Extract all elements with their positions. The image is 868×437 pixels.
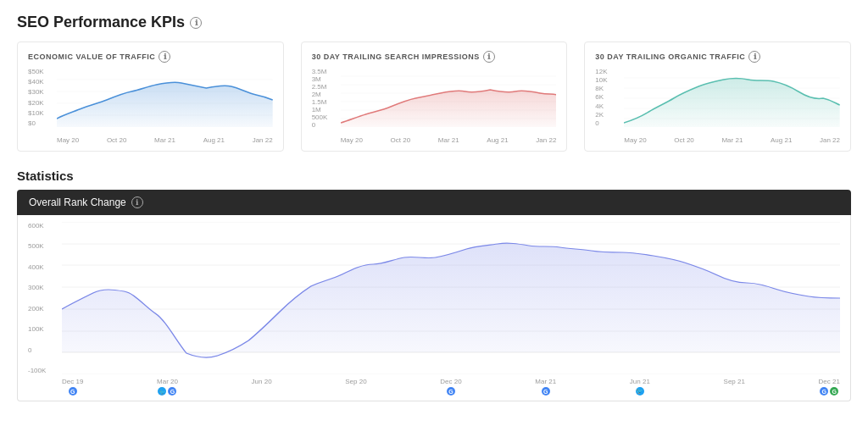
- x-label-mar21: Mar 21 G: [535, 378, 556, 396]
- rank-change-info-icon[interactable]: ℹ: [131, 196, 143, 208]
- chart-svg-impressions: [341, 68, 557, 127]
- chart-svg-organic: [624, 68, 840, 127]
- chart-y-labels-economic: $50K$40K$30K$20K$10K$0: [28, 68, 55, 127]
- chart-y-labels-impressions: 3.5M3M2.5M2M1.5M1M500K0: [312, 68, 339, 127]
- rank-change-label: Overall Rank Change: [29, 196, 126, 208]
- chart-x-labels-economic: May 20Oct 20Mar 21Aug 21Jan 22: [57, 136, 273, 144]
- statistics-section: Statistics Overall Rank Change ℹ 600K 50…: [17, 169, 851, 401]
- rank-chart-inner: 600K 500K 400K 300K 200K 100K 0 -100K: [28, 222, 840, 374]
- chart-y-labels-organic: 12K10K8K6K4K2K0: [595, 68, 622, 127]
- page-title-info-icon[interactable]: ℹ: [190, 17, 202, 29]
- x-label-jun20: Jun 20: [252, 378, 272, 396]
- kpi-chart-economic: $50K$40K$30K$20K$10K$0: [28, 68, 273, 144]
- kpi-section: ECONOMIC VALUE OF TRAFFIC ℹ $50K$40K$30K…: [17, 41, 851, 152]
- x-label-dec19: Dec 19 G: [62, 378, 83, 396]
- kpi-card-impressions-title: 30 DAY TRAILING SEARCH IMPRESSIONS ℹ: [312, 51, 557, 63]
- kpi-card-organic: 30 DAY TRAILING ORGANIC TRAFFIC ℹ 12K10K…: [584, 41, 851, 152]
- rank-change-chart: 600K 500K 400K 300K 200K 100K 0 -100K: [17, 215, 851, 401]
- kpi-chart-impressions: 3.5M3M2.5M2M1.5M1M500K0: [312, 68, 557, 144]
- rank-svg-wrap: [62, 222, 840, 374]
- x-label-dec20: Dec 20 G: [440, 378, 461, 396]
- rank-change-container: Overall Rank Change ℹ 600K 500K 400K 300…: [17, 190, 851, 401]
- x-label-sep21: Sep 21: [724, 378, 745, 396]
- google-icon-dec21b: G: [830, 387, 838, 396]
- chart-svg-economic: [57, 68, 273, 127]
- kpi-card-organic-title: 30 DAY TRAILING ORGANIC TRAFFIC ℹ: [595, 51, 840, 63]
- kpi-impressions-info-icon[interactable]: ℹ: [483, 51, 495, 63]
- rank-change-header: Overall Rank Change ℹ: [17, 190, 851, 215]
- twitter-icon-mar20: 🐦: [158, 387, 166, 396]
- google-icon-dec20: G: [447, 387, 455, 396]
- rank-y-labels: 600K 500K 400K 300K 200K 100K 0 -100K: [28, 222, 62, 374]
- twitter-icon-jun21: 🐦: [636, 387, 644, 396]
- page-title: SEO Performance KPIs ℹ: [17, 14, 851, 31]
- x-label-sep20: Sep 20: [345, 378, 366, 396]
- chart-x-labels-impressions: May 20Oct 20Mar 21Aug 21Jan 22: [341, 136, 557, 144]
- x-label-dec21: Dec 21 G G: [819, 378, 840, 396]
- title-text: SEO Performance KPIs: [17, 14, 185, 31]
- kpi-card-impressions: 30 DAY TRAILING SEARCH IMPRESSIONS ℹ 3.5…: [301, 41, 568, 152]
- google-icon-mar20: G: [168, 387, 176, 396]
- google-icon-dec21: G: [820, 387, 828, 396]
- kpi-card-economic-value: ECONOMIC VALUE OF TRAFFIC ℹ $50K$40K$30K…: [17, 41, 284, 152]
- kpi-economic-info-icon[interactable]: ℹ: [159, 51, 170, 63]
- chart-x-labels-organic: May 20Oct 20Mar 21Aug 21Jan 22: [624, 136, 840, 144]
- kpi-chart-organic: 12K10K8K6K4K2K0: [595, 68, 840, 144]
- kpi-card-economic-title: ECONOMIC VALUE OF TRAFFIC ℹ: [28, 51, 273, 63]
- statistics-title: Statistics: [17, 169, 851, 183]
- x-label-jun21: Jun 21 🐦: [630, 378, 650, 396]
- kpi-organic-info-icon[interactable]: ℹ: [748, 51, 760, 63]
- x-label-mar20: Mar 20 🐦 G: [157, 378, 178, 396]
- google-icon-mar21: G: [542, 387, 550, 396]
- rank-x-labels: Dec 19 G Mar 20 🐦 G Jun 20 Sep 20: [62, 374, 840, 401]
- google-icon-dec19: G: [69, 387, 77, 396]
